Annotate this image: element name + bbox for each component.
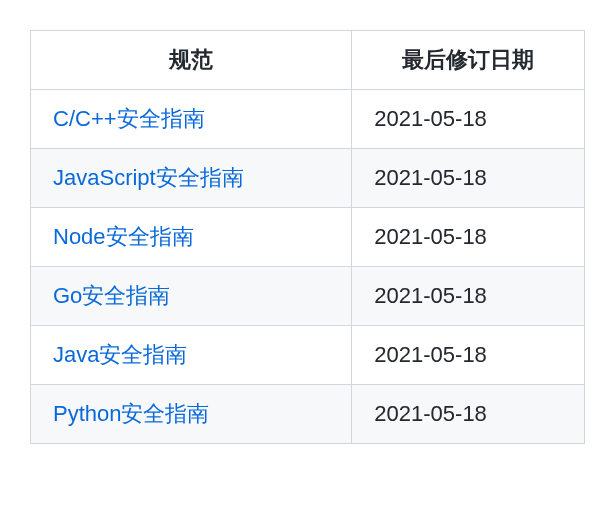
date-cell: 2021-05-18 [352, 90, 585, 149]
header-date: 最后修订日期 [352, 31, 585, 90]
spec-link[interactable]: C/C++安全指南 [53, 106, 205, 131]
table-header-row: 规范 最后修订日期 [31, 31, 585, 90]
date-cell: 2021-05-18 [352, 267, 585, 326]
spec-cell: Node安全指南 [31, 208, 352, 267]
security-guides-table: 规范 最后修订日期 C/C++安全指南 2021-05-18 JavaScrip… [30, 30, 585, 444]
date-cell: 2021-05-18 [352, 385, 585, 444]
header-spec: 规范 [31, 31, 352, 90]
table-row: Go安全指南 2021-05-18 [31, 267, 585, 326]
spec-link[interactable]: Go安全指南 [53, 283, 170, 308]
table-row: Node安全指南 2021-05-18 [31, 208, 585, 267]
table-row: Python安全指南 2021-05-18 [31, 385, 585, 444]
spec-link[interactable]: Node安全指南 [53, 224, 194, 249]
date-cell: 2021-05-18 [352, 149, 585, 208]
table-row: C/C++安全指南 2021-05-18 [31, 90, 585, 149]
spec-cell: Go安全指南 [31, 267, 352, 326]
spec-cell: JavaScript安全指南 [31, 149, 352, 208]
table-body: C/C++安全指南 2021-05-18 JavaScript安全指南 2021… [31, 90, 585, 444]
spec-cell: Java安全指南 [31, 326, 352, 385]
date-cell: 2021-05-18 [352, 326, 585, 385]
spec-cell: Python安全指南 [31, 385, 352, 444]
spec-link[interactable]: JavaScript安全指南 [53, 165, 244, 190]
spec-link[interactable]: Python安全指南 [53, 401, 210, 426]
date-cell: 2021-05-18 [352, 208, 585, 267]
spec-link[interactable]: Java安全指南 [53, 342, 187, 367]
table-row: JavaScript安全指南 2021-05-18 [31, 149, 585, 208]
table-row: Java安全指南 2021-05-18 [31, 326, 585, 385]
spec-cell: C/C++安全指南 [31, 90, 352, 149]
